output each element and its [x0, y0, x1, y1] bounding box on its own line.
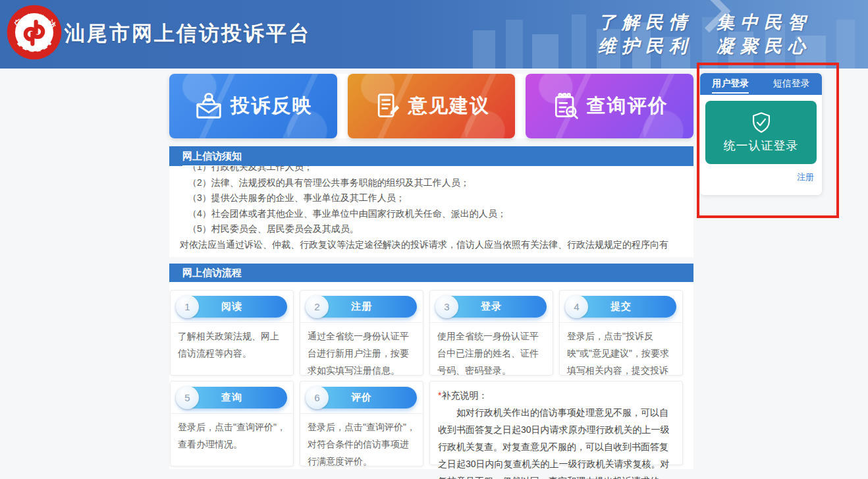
step-pill: 1 阅读 [176, 296, 287, 318]
notice-section-header: 网上信访须知 [169, 146, 693, 166]
step-number-badge: 4 [565, 295, 588, 318]
notice-item: （3）提供公共服务的企业、事业单位及其工作人员； [177, 190, 680, 206]
complaint-button[interactable]: 投诉反映 [169, 74, 337, 138]
login-tab-bar: 用户登录 短信登录 [700, 73, 822, 95]
step-number-badge: 1 [176, 295, 199, 318]
shield-check-icon [750, 111, 773, 134]
step-pill: 3 登录 [436, 296, 547, 318]
notice-item: （2）法律、法规授权的具有管理公共事务职能的组织及其工作人员； [177, 175, 680, 191]
step-card-evaluate: 6 评价 登录后，点击"查询评价"，对符合条件的信访事项进行满意度评价。 [300, 381, 423, 466]
action-button-row: 投诉反映 意见建议 查询评价 [169, 74, 693, 138]
step-card-query: 5 查询 登录后，点击"查询评价"，查看办理情况。 [170, 381, 294, 466]
slogan-line-2: 维护民利 凝聚民心 [598, 34, 811, 58]
page-title: 汕尾市网上信访投诉平台 [65, 20, 311, 47]
step-pill: 6 评价 [306, 387, 417, 409]
supplement-title: 补充说明： [441, 390, 487, 401]
process-section-header: 网上信访流程 [169, 264, 693, 282]
register-link[interactable]: 注册 [797, 172, 814, 182]
step-card-register: 2 注册 通过全省统一身份认证平台进行新用户注册，按要求如实填写注册信息。 [300, 290, 423, 376]
slogan-line-1: 了解民情 集中民智 [598, 11, 811, 34]
step-description: 了解相关政策法规、网上信访流程等内容。 [171, 323, 293, 366]
tab-user-login[interactable]: 用户登录 [712, 78, 749, 94]
notice-footer-line: 对依法应当通过诉讼、仲裁、行政复议等法定途径解决的投诉请求，信访人应当依照有关法… [177, 237, 680, 253]
step-pill: 5 查询 [176, 387, 287, 409]
step-description: 使用全省统一身份认证平台中已注册的姓名、证件号码、密码登录。 [430, 323, 553, 383]
process-section-body: 1 阅读 了解相关政策法规、网上信访流程等内容。 2 注册 通过全省统一身份认证… [169, 282, 693, 469]
notice-item: （1）行政机关及其工作人员； [177, 166, 680, 175]
step-pill: 2 注册 [306, 296, 417, 318]
notepad-magnifier-icon [551, 92, 580, 121]
guangdong-xinfang-logo: 广东信访 [5, 3, 63, 61]
site-header: 广东信访 汕尾市网上信访投诉平台 了解民情 集中民智 维护民利 凝聚民心 [0, 0, 868, 69]
suggestion-button[interactable]: 意见建议 [348, 74, 516, 138]
step-pill: 4 提交 [566, 296, 676, 318]
query-evaluate-button[interactable]: 查询评价 [526, 74, 693, 138]
step-description: 通过全省统一身份认证平台进行新用户注册，按要求如实填写注册信息。 [300, 323, 423, 383]
step-card-read: 1 阅读 了解相关政策法规、网上信访流程等内容。 [170, 290, 294, 376]
step-number-badge: 2 [306, 295, 329, 318]
envelope-person-icon [194, 91, 224, 121]
tab-sms-login[interactable]: 短信登录 [773, 78, 810, 91]
login-panel: 用户登录 短信登录 统一认证登录 注册 [700, 73, 822, 195]
step-number-badge: 5 [176, 386, 199, 409]
step-number-badge: 6 [306, 386, 329, 409]
supplement-body: 如对行政机关作出的信访事项处理意见不服，可以自收到书面答复之日起30日内请求原办… [438, 404, 674, 479]
step-number-badge: 3 [435, 295, 458, 318]
notice-section-title: 网上信访须知 [182, 150, 242, 167]
slogan: 了解民情 集中民智 维护民利 凝聚民心 [598, 11, 811, 58]
notice-item: （5）村民委员会、居民委员会及其成员。 [177, 221, 680, 237]
process-section-title: 网上信访流程 [182, 267, 242, 279]
step-card-login: 3 登录 使用全省统一身份认证平台中已注册的姓名、证件号码、密码登录。 [429, 290, 553, 376]
step-description: 登录后，点击"查询评价"，对符合条件的信访事项进行满意度评价。 [300, 414, 423, 474]
notice-scroll-area[interactable]: （1）行政机关及其工作人员； （2）法律、法规授权的具有管理公共事务职能的组织及… [169, 166, 693, 257]
document-pencil-icon [373, 92, 402, 121]
notice-item: （4）社会团体或者其他企业、事业单位中由国家行政机关任命、派出的人员； [177, 206, 680, 222]
step-card-submit: 4 提交 登录后，点击"投诉反映"或"意见建议"，按要求填写相关内容，提交投诉或… [559, 290, 683, 376]
step-description: 登录后，点击"查询评价"，查看办理情况。 [171, 414, 293, 457]
unified-auth-login-button[interactable]: 统一认证登录 [705, 101, 817, 164]
supplement-note: *补充说明： 如对行政机关作出的信访事项处理意见不服，可以自收到书面答复之日起3… [429, 381, 683, 465]
